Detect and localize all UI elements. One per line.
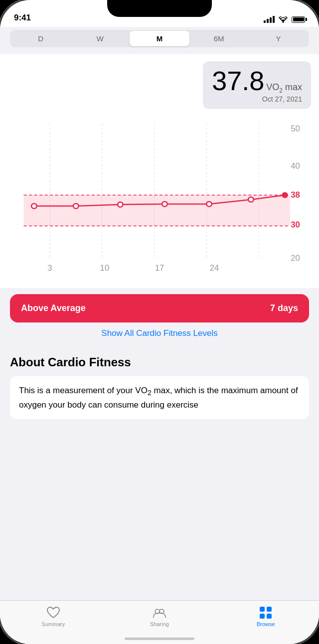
tab-w[interactable]: W (70, 31, 130, 46)
svg-rect-30 (267, 614, 272, 619)
unit-label: VO2 max (266, 82, 302, 92)
status-time: 9:41 (14, 13, 31, 24)
signal-bars-icon (264, 16, 275, 23)
svg-rect-28 (267, 607, 272, 612)
svg-point-19 (248, 197, 253, 202)
chart-card: 37.8 VO2 max Oct 27, 2021 (0, 54, 319, 288)
chart-svg: 50 40 38 30 20 (8, 114, 311, 283)
status-value: 7 days (270, 303, 298, 314)
chart-container: 50 40 38 30 20 (8, 114, 311, 283)
time-period-tabs: D W M 6M Y (10, 30, 309, 47)
browse-icon (259, 606, 273, 620)
svg-text:38: 38 (291, 190, 300, 199)
tab-d[interactable]: D (11, 31, 70, 46)
about-text: This is a measurement of your VO2 max, w… (19, 386, 298, 410)
svg-text:17: 17 (155, 263, 164, 272)
svg-text:24: 24 (210, 263, 219, 272)
svg-point-16 (118, 202, 123, 207)
svg-point-20 (282, 193, 287, 198)
svg-point-17 (162, 202, 167, 207)
unit-container: VO2 max (266, 82, 302, 94)
heart-icon (46, 606, 60, 620)
home-indicator (125, 638, 194, 640)
svg-text:10: 10 (100, 263, 110, 272)
scroll-area[interactable]: D W M 6M Y 37.8 VO2 max (0, 27, 319, 600)
tab-sharing[interactable]: Sharing (140, 606, 179, 627)
unit-subscript: 2 (279, 87, 283, 94)
tab-summary-label: Summary (41, 621, 65, 627)
chart-inner: 37.8 VO2 max Oct 27, 2021 (0, 54, 319, 288)
chart-date: Oct 27, 2021 (212, 95, 302, 103)
wifi-icon (279, 16, 288, 23)
about-card: This is a measurement of your VO2 max, w… (10, 376, 309, 419)
phone-frame: 9:41 ‹ Heart Cardio Fitness Add (0, 0, 319, 644)
about-title: About Cardio Fitness (10, 355, 309, 369)
show-link: Show All Cardio Fitness Levels (0, 328, 319, 338)
svg-point-0 (283, 21, 284, 23)
status-icons (264, 16, 305, 24)
tab-6m[interactable]: 6M (189, 31, 249, 46)
status-card[interactable]: Above Average 7 days (10, 294, 309, 322)
svg-point-15 (73, 204, 78, 209)
value-display: 37.8 VO2 max Oct 27, 2021 (203, 61, 311, 109)
svg-text:3: 3 (47, 263, 52, 272)
battery-icon (292, 16, 305, 23)
svg-rect-27 (260, 607, 265, 612)
svg-point-14 (31, 204, 36, 209)
tab-browse[interactable]: Browse (246, 606, 286, 627)
show-all-link[interactable]: Show All Cardio Fitness Levels (101, 328, 217, 338)
content: ‹ Heart Cardio Fitness Add Data D W M 6M… (0, 27, 319, 644)
notch (107, 0, 212, 17)
svg-text:40: 40 (291, 161, 300, 170)
svg-rect-29 (260, 614, 265, 619)
sharing-icon (153, 606, 166, 620)
about-section: About Cardio Fitness This is a measureme… (0, 347, 319, 424)
tab-sharing-label: Sharing (150, 621, 169, 627)
tab-y[interactable]: Y (249, 31, 308, 46)
tab-browse-label: Browse (257, 621, 275, 627)
tab-m[interactable]: M (130, 31, 189, 46)
svg-text:20: 20 (291, 253, 300, 262)
current-value: 37.8 (212, 67, 264, 94)
svg-text:50: 50 (291, 124, 300, 133)
tab-summary[interactable]: Summary (33, 606, 73, 627)
svg-text:30: 30 (291, 220, 300, 229)
svg-point-18 (206, 202, 211, 207)
status-label: Above Average (21, 303, 86, 314)
value-display-wrapper: 37.8 VO2 max Oct 27, 2021 (8, 61, 311, 111)
